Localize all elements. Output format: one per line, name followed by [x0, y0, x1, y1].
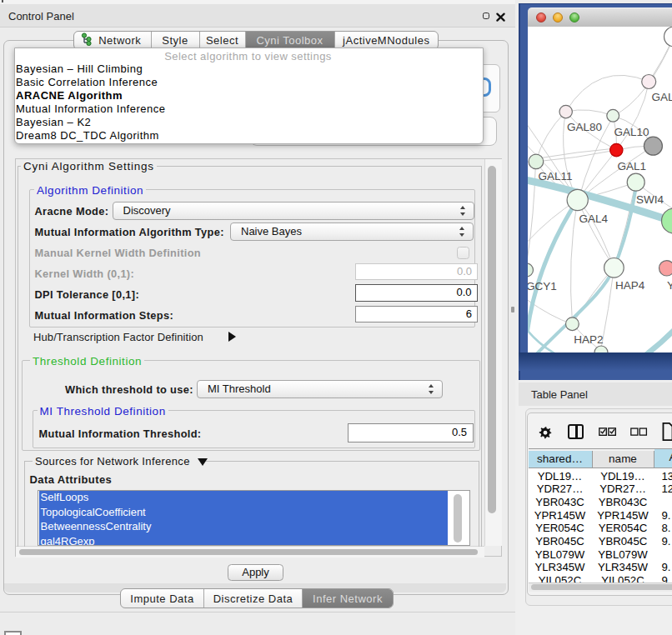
- svg-text:GAL11: GAL11: [538, 170, 572, 182]
- svg-text:SWI4: SWI4: [635, 193, 663, 206]
- svg-text:GAL10: GAL10: [614, 126, 649, 138]
- svg-text:HAP2: HAP2: [574, 333, 603, 346]
- svg-text:GCY1: GCY1: [528, 280, 557, 292]
- svg-text:HAP4: HAP4: [615, 279, 645, 292]
- svg-text:Y: Y: [667, 279, 672, 292]
- svg-text:GAL4: GAL4: [579, 212, 608, 225]
- svg-text:GAL7: GAL7: [651, 91, 672, 103]
- svg-text:GAL80: GAL80: [567, 121, 602, 133]
- svg-text:GAL1: GAL1: [617, 160, 646, 172]
